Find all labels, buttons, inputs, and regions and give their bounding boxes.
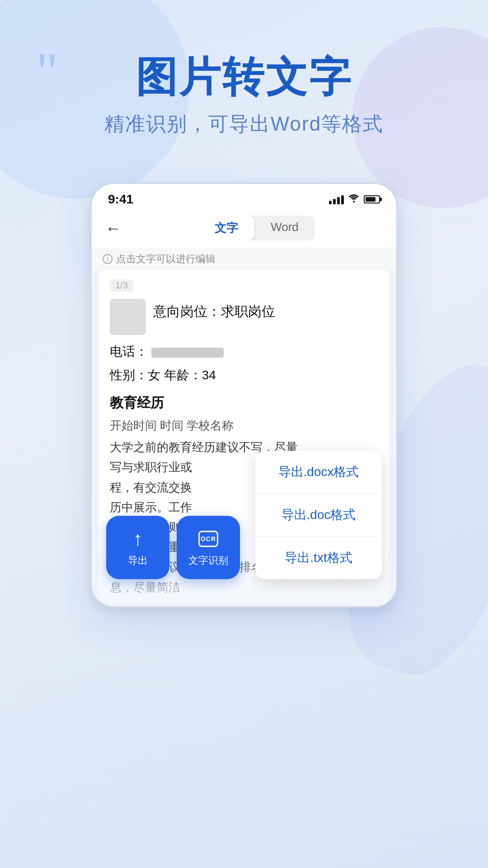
ocr-label: 文字识别 <box>188 554 228 567</box>
nav-bar: ← 文字 Word <box>92 210 396 248</box>
export-doc[interactable]: 导出.doc格式 <box>255 494 382 537</box>
upload-icon: ↑ <box>133 528 143 550</box>
document-area[interactable]: 1/3 意向岗位：求职岗位 电话： 性别：女 年龄：34 教育经历 开始时间 时… <box>99 270 389 606</box>
phone-frame: 9:41 <box>90 183 398 608</box>
export-docx[interactable]: 导出.docx格式 <box>255 451 382 494</box>
hero-section: " 图片转文字 精准识别，可导出Word等格式 <box>0 0 488 165</box>
blurred-phone <box>151 348 224 358</box>
hint-text: 点击文字可以进行编辑 <box>116 252 216 266</box>
doc-gender-age: 性别：女 年龄：34 <box>110 366 378 385</box>
hero-title: 图片转文字 <box>36 54 452 100</box>
status-bar: 9:41 <box>92 184 396 210</box>
section-education: 教育经历 <box>110 394 378 412</box>
tab-group: 文字 Word <box>198 216 315 241</box>
battery-fill <box>366 197 375 202</box>
tab-word[interactable]: Word <box>254 216 315 241</box>
tab-text[interactable]: 文字 <box>198 216 254 241</box>
edit-hint: i 点击文字可以进行编辑 <box>92 248 396 270</box>
doc-header-row: 意向岗位：求职岗位 <box>110 299 378 335</box>
float-buttons: ↑ 导出 OCR 文字识别 <box>106 516 240 579</box>
doc-phone-line: 电话： <box>110 342 378 361</box>
battery-icon <box>364 195 380 203</box>
ocr-icon: OCR <box>197 528 220 550</box>
page-indicator: 1/3 <box>110 279 133 292</box>
phone-wrapper: 9:41 <box>0 183 488 608</box>
doc-avatar <box>110 299 146 335</box>
ocr-box: OCR <box>198 531 218 547</box>
table-header: 开始时间 时间 学校名称 <box>110 418 378 434</box>
hero-subtitle: 精准识别，可导出Word等格式 <box>36 111 452 137</box>
export-txt[interactable]: 导出.txt格式 <box>255 537 382 579</box>
signal-icon <box>329 194 344 204</box>
ocr-button[interactable]: OCR 文字识别 <box>177 516 240 579</box>
export-button[interactable]: ↑ 导出 <box>106 516 169 579</box>
back-button[interactable]: ← <box>105 219 122 238</box>
svg-point-0 <box>353 201 355 203</box>
wifi-icon <box>348 194 359 205</box>
status-time: 9:41 <box>108 192 133 207</box>
doc-position: 意向岗位：求职岗位 <box>153 299 275 321</box>
export-popup: 导出.docx格式 导出.doc格式 导出.txt格式 <box>255 451 382 579</box>
info-icon: i <box>103 254 113 264</box>
export-label: 导出 <box>128 554 148 567</box>
status-icons <box>329 194 380 205</box>
decorative-quote: " <box>36 45 58 99</box>
